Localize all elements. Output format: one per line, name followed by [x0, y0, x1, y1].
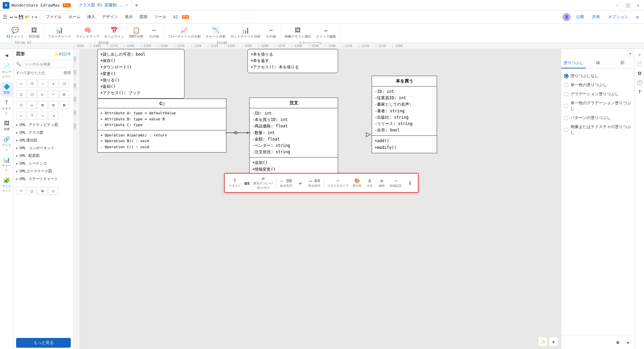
- tab-shadow[interactable]: 影: [610, 58, 635, 68]
- tool-widget[interactable]: 🧩 ウィジェット: [0, 175, 13, 194]
- rp-history-icon[interactable]: 🕐: [636, 78, 644, 86]
- fill-option-solid-gradient[interactable]: 単一色のグラデーション塗りつぶし: [564, 99, 632, 113]
- sidebar-toggle-button[interactable]: ☰: [3, 14, 7, 20]
- uml-box-1[interactable]: +貸し出しの可否: bool +保存() +ダウンロード() +変更() +借り…: [97, 49, 184, 99]
- rp-arrow-icon[interactable]: ↗: [636, 50, 644, 58]
- menu-design[interactable]: デザイン: [99, 13, 121, 21]
- ct-detail-button[interactable]: ⋯ 詳細設定: [388, 177, 403, 189]
- more-analysis-button[interactable]: ⋯ その他: [264, 25, 278, 40]
- uml-box-3[interactable]: C□ + Attribute A: type = defaultValue + …: [97, 99, 226, 153]
- chart-analysis-button[interactable]: 📉 チャート分析: [204, 25, 227, 40]
- rp-add-icon[interactable]: ✚: [624, 338, 632, 346]
- settings-icon[interactable]: ⚙️: [634, 13, 641, 21]
- flowchart-analysis-button[interactable]: 📈 フローチャートの分析: [166, 25, 203, 40]
- shape-item[interactable]: ⬜: [27, 90, 37, 98]
- tab-active[interactable]: クラス図 01 図書館... ×: [75, 0, 132, 11]
- gantt-analysis-button[interactable]: 📊 ガントチャート分析: [229, 25, 262, 40]
- menu-file[interactable]: ファイル: [43, 13, 64, 21]
- tool-image[interactable]: 🖼 画像: [0, 118, 13, 133]
- ct-copy-format-button[interactable]: ⇄ 書式のコピー/ 貼り付け: [252, 175, 274, 191]
- fill-option-solid[interactable]: 単一色の塗りつぶし: [564, 80, 632, 90]
- sparkle-button[interactable]: ✨: [538, 337, 547, 346]
- ct-text-button[interactable]: T テキスト: [227, 177, 242, 189]
- category-uml-communication[interactable]: ▶ UML通信図: [13, 136, 73, 144]
- save-button[interactable]: 💾: [18, 15, 23, 19]
- shape-item[interactable]: ⬡: [27, 79, 37, 88]
- category-uml-class[interactable]: ▶ UML クラス図: [13, 129, 73, 136]
- fill-option-none[interactable]: 塗りつぶしなし: [564, 71, 632, 80]
- ct-connector-type-button[interactable]: ⌐ コネクタタイプ: [326, 177, 350, 189]
- undo-button[interactable]: ↩: [10, 14, 13, 20]
- shape-item[interactable]: □: [16, 90, 26, 98]
- ai-draw-button[interactable]: 🖼 AI作画: [27, 25, 42, 40]
- tool-back[interactable]: ◀: [0, 50, 13, 60]
- canvas-area[interactable]: 100 200 300 400 500 600 +貸し出しの可否: bool +…: [74, 49, 561, 349]
- category-uml-deployment[interactable]: ▶ UML 配置図: [13, 152, 73, 160]
- ct-end-arrow-button[interactable]: → 04 終点矢印: [307, 177, 322, 189]
- tool-template[interactable]: 📄 テンプレート: [0, 61, 13, 80]
- shape-item[interactable]: ⊞: [38, 187, 48, 195]
- flowchart-button[interactable]: 📊 フローチャート: [46, 25, 73, 40]
- expand-panel-button[interactable]: »: [627, 50, 633, 56]
- minimize-button[interactable]: —: [614, 2, 621, 8]
- tool-shapes[interactable]: 🔷 図形: [0, 82, 13, 97]
- maximize-button[interactable]: ⬜: [623, 2, 632, 8]
- shape-item[interactable]: ⊠: [59, 101, 69, 109]
- plus-button[interactable]: ✚: [549, 337, 558, 346]
- shape-item[interactable]: —: [38, 79, 48, 88]
- fill-option-image[interactable]: 画像またはテクスチャの塗りつぶし: [564, 122, 632, 137]
- quick-edit-button[interactable]: ✏ クイック編集: [314, 25, 338, 40]
- menu-tools[interactable]: ツール: [152, 13, 169, 21]
- ct-color-button[interactable]: 🎨 塗の色: [351, 177, 363, 189]
- ai-symbol-button[interactable]: ✨ AI記号: [54, 52, 71, 57]
- close-button[interactable]: ✕: [635, 2, 641, 8]
- shape-item[interactable]: ⬭: [16, 187, 26, 195]
- uml-box-2[interactable]: +本を借りる +本を返す +アクセス(): 本を借りる: [248, 49, 338, 73]
- ct-info-button[interactable]: ℹ: [405, 180, 415, 186]
- timeline-button[interactable]: 📅 タイムライン: [102, 25, 126, 40]
- tab-fill[interactable]: 塗りつぶし: [561, 58, 586, 68]
- menu-ai[interactable]: AI: [170, 13, 180, 21]
- shape-item[interactable]: ─: [38, 112, 48, 120]
- more-button[interactable]: ▾: [35, 15, 37, 19]
- swot-button[interactable]: 📋 SWOT分析: [127, 25, 145, 40]
- uml-box-order[interactable]: 注文 -ID: int -本を買うID: int -商品価格: float -数…: [249, 98, 338, 181]
- shape-item[interactable]: ▷: [38, 90, 48, 98]
- export-button[interactable]: ↑: [31, 15, 34, 19]
- more-button[interactable]: もっと見る: [16, 338, 71, 348]
- menu-view[interactable]: 表示: [122, 13, 136, 21]
- shape-item[interactable]: ▭: [27, 101, 37, 109]
- more-ai-button[interactable]: ⋯ その他: [147, 25, 161, 40]
- options-button[interactable]: オプション: [605, 13, 631, 21]
- collapse-all-button[interactable]: すべて折りたたむ 管理: [13, 69, 73, 77]
- rp-document-icon[interactable]: 📄: [636, 60, 644, 68]
- rp-copy-icon[interactable]: ⧉: [636, 69, 644, 77]
- ct-supplement-button[interactable]: ≡ 補稿: [376, 177, 387, 189]
- tool-icon[interactable]: 🔗 アイコン: [0, 134, 13, 154]
- ai-chat-button[interactable]: 💬 AIチャット: [5, 25, 25, 40]
- category-uml-statechart[interactable]: ▶ UML ステートチャート: [13, 175, 73, 183]
- mindmap-button[interactable]: 🧠 マインドマップ: [74, 25, 101, 40]
- tool-text[interactable]: T テキスト: [0, 98, 13, 117]
- shape-item[interactable]: ◇: [48, 79, 58, 88]
- category-uml-activity[interactable]: ▶ UML アクティビティ図: [13, 121, 73, 129]
- ct-arrow-switch[interactable]: ⇌: [295, 180, 306, 186]
- tab-close-icon[interactable]: ×: [126, 3, 128, 7]
- shape-item[interactable]: ⊟: [48, 101, 58, 109]
- add-tab-button[interactable]: +: [132, 2, 141, 8]
- shape-item[interactable]: └: [27, 112, 37, 120]
- canvas-content[interactable]: +貸し出しの可否: bool +保存() +ダウンロード() +変更() +借り…: [80, 49, 561, 349]
- shape-item[interactable]: ○: [48, 187, 58, 195]
- shape-item[interactable]: □: [27, 187, 37, 195]
- menu-insert[interactable]: 挿入: [85, 13, 98, 21]
- share-button[interactable]: 共有: [589, 13, 603, 21]
- fill-option-gradient[interactable]: グラデーション塗りつぶし: [564, 90, 632, 99]
- category-uml-sequence[interactable]: ▶ UML シーケンス: [13, 160, 73, 167]
- menu-shape[interactable]: 図形: [137, 13, 150, 21]
- shape-item[interactable]: ─: [48, 90, 58, 98]
- publish-button[interactable]: 公開: [573, 13, 587, 21]
- rp-help-icon[interactable]: ?: [636, 88, 644, 96]
- tool-chart[interactable]: 📊 チャート: [0, 155, 13, 174]
- shape-item[interactable]: ⊣: [48, 112, 58, 120]
- rp-settings-icon[interactable]: ⚙: [614, 338, 622, 346]
